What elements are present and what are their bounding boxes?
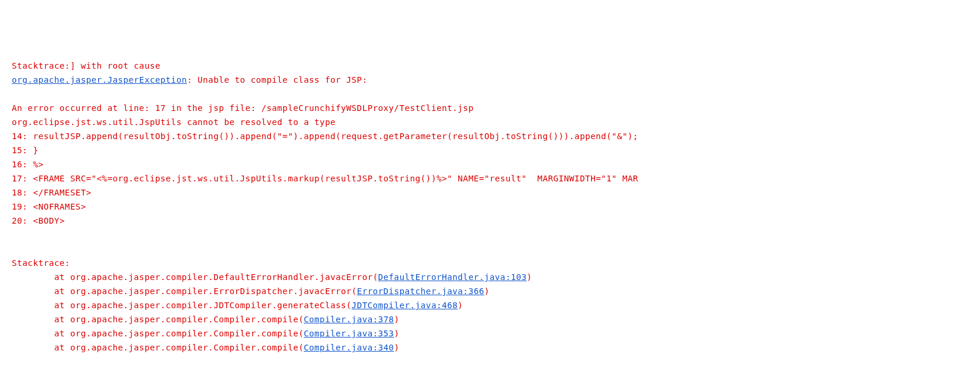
- stack-frame-prefix: at org.apache.jasper.compiler.DefaultErr…: [12, 272, 378, 282]
- exception-class-link[interactable]: org.apache.jasper.JasperException: [12, 75, 187, 85]
- stack-frame: at org.apache.jasper.compiler.DefaultErr…: [12, 272, 532, 282]
- code-line-17: 17: <FRAME SRC="<%=org.eclipse.jst.ws.ut…: [12, 174, 638, 183]
- source-link[interactable]: DefaultErrorHandler.java:103: [378, 272, 527, 282]
- stack-frame-prefix: at org.apache.jasper.compiler.Compiler.c…: [12, 343, 304, 352]
- stack-frame: at org.apache.jasper.compiler.JDTCompile…: [12, 301, 463, 310]
- stack-frame-suffix: ): [458, 301, 463, 310]
- stack-frame-suffix: ): [394, 343, 400, 352]
- stack-frame-prefix: at org.apache.jasper.compiler.Compiler.c…: [12, 315, 304, 324]
- error-type-message: org.eclipse.jst.ws.util.JspUtils cannot …: [12, 117, 335, 127]
- code-line-16: 16: %>: [12, 160, 43, 169]
- code-line-18: 18: </FRAMESET>: [12, 188, 92, 197]
- stack-frame: at org.apache.jasper.compiler.Compiler.c…: [12, 343, 400, 352]
- stack-frame-prefix: at org.apache.jasper.compiler.ErrorDispa…: [12, 286, 357, 296]
- source-link[interactable]: JDTCompiler.java:468: [351, 301, 458, 310]
- code-line-19: 19: <NOFRAMES>: [12, 202, 86, 211]
- code-line-15: 15: }: [12, 146, 38, 155]
- source-link[interactable]: Compiler.java:340: [304, 343, 394, 352]
- code-line-14: 14: resultJSP.append(resultObj.toString(…: [12, 131, 638, 141]
- stack-frame: at org.apache.jasper.compiler.ErrorDispa…: [12, 286, 489, 296]
- code-line-20: 20: <BODY>: [12, 216, 65, 225]
- stacktrace-label: Stacktrace:: [12, 258, 70, 268]
- error-location: An error occurred at line: 17 in the jsp…: [12, 103, 474, 113]
- source-link[interactable]: Compiler.java:378: [304, 315, 394, 324]
- stack-frame-prefix: at org.apache.jasper.compiler.Compiler.c…: [12, 329, 304, 338]
- exception-message: : Unable to compile class for JSP:: [187, 75, 367, 85]
- stack-frame: at org.apache.jasper.compiler.Compiler.c…: [12, 329, 400, 338]
- stack-frame-suffix: ): [394, 329, 400, 338]
- stack-frame-prefix: at org.apache.jasper.compiler.JDTCompile…: [12, 301, 351, 310]
- stack-frame-suffix: ): [484, 286, 489, 296]
- stacktrace-root-cause: Stacktrace:] with root cause: [12, 61, 160, 70]
- source-link[interactable]: Compiler.java:353: [304, 329, 394, 338]
- stack-frame-suffix: ): [394, 315, 400, 324]
- stack-frame-suffix: ): [527, 272, 532, 282]
- stack-frame: at org.apache.jasper.compiler.Compiler.c…: [12, 315, 400, 324]
- source-link[interactable]: ErrorDispatcher.java:366: [357, 286, 484, 296]
